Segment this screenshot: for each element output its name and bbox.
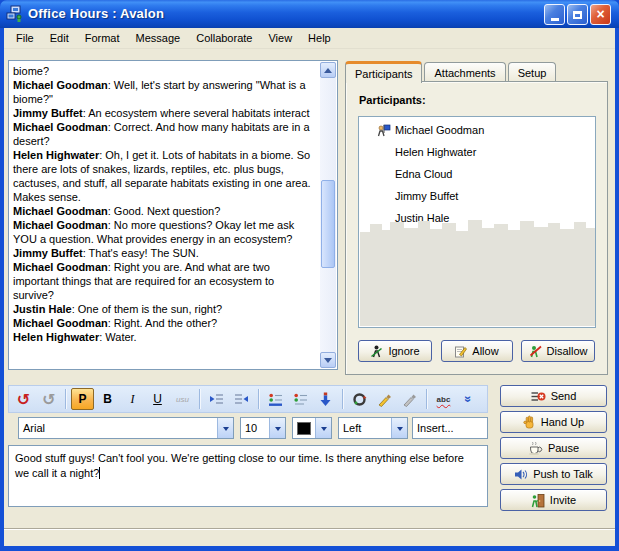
participant-actions: Ignore Allow [358, 340, 595, 362]
eraser-pen-button[interactable] [398, 388, 421, 410]
button-label: Send [551, 390, 577, 402]
paragraph-style-button[interactable]: P [71, 388, 94, 410]
chevron-down-icon[interactable] [315, 418, 331, 438]
underline-button[interactable]: U [146, 388, 169, 410]
disallow-button[interactable]: Disallow [521, 340, 595, 362]
menu-collaborate[interactable]: Collaborate [188, 29, 260, 47]
menu-view[interactable]: View [260, 29, 300, 47]
indent-decrease-button[interactable] [230, 388, 253, 410]
italic-button[interactable]: I [121, 388, 144, 410]
menu-edit[interactable]: Edit [42, 29, 77, 47]
bulleted-list-button[interactable] [264, 388, 287, 410]
alignment-select[interactable]: Left [338, 417, 408, 439]
title-bar[interactable]: Office Hours : Avalon × [0, 0, 619, 28]
chat-message: Michael Goodman: No more questions? Okay… [13, 218, 316, 246]
disallow-icon [529, 345, 542, 358]
ignore-button[interactable]: Ignore [358, 340, 432, 362]
send-button[interactable]: Send [500, 385, 607, 407]
chevron-down-icon[interactable] [391, 418, 407, 438]
tab-attachments[interactable]: Attachments [424, 62, 505, 82]
close-button[interactable]: × [590, 4, 611, 25]
chat-transcript-box[interactable]: biome?Michael Goodman: Well, let's start… [8, 60, 338, 370]
scroll-down-button[interactable] [320, 352, 336, 368]
participant-row[interactable]: Edna Cloud [359, 165, 595, 183]
arrow-up-icon [324, 64, 332, 73]
down-arrow-icon [319, 392, 332, 407]
chat-message: Helen Highwater: Water. [13, 330, 316, 344]
participants-tab-page: Participants: Michael GoodmanHelen Highw… [345, 81, 608, 375]
scroll-up-button[interactable] [320, 62, 336, 78]
chat-message: Michael Goodman: Good. Next question? [13, 204, 316, 218]
send-icon [531, 390, 546, 403]
participant-list[interactable]: Michael GoodmanHelen HighwaterEdna Cloud… [358, 116, 596, 328]
allow-icon [454, 345, 467, 358]
chevron-down-icon[interactable] [217, 418, 233, 438]
pause-button[interactable]: Pause [500, 437, 607, 459]
toolbar-options-button[interactable]: » [457, 388, 480, 410]
format-toolbar: ↺ ↻ P B I U usu [8, 385, 488, 413]
font-size-value: 10 [241, 422, 269, 434]
invite-door-icon [531, 493, 545, 508]
participant-row[interactable]: Helen Highwater [359, 143, 595, 161]
scroll-thumb[interactable] [321, 180, 335, 268]
presenter-icon [377, 124, 391, 137]
participant-name: Edna Cloud [395, 168, 453, 180]
bold-button[interactable]: B [96, 388, 119, 410]
pause-cup-icon [528, 441, 543, 455]
button-label: Pause [548, 442, 579, 454]
font-style-extra-button[interactable]: usu [171, 388, 194, 410]
numbered-list-button[interactable] [289, 388, 312, 410]
participant-name: Jimmy Buffet [395, 190, 458, 202]
menu-help[interactable]: Help [300, 29, 339, 47]
menu-file[interactable]: File [8, 29, 42, 47]
spell-check-button[interactable]: abc [432, 388, 455, 410]
minimize-button[interactable] [544, 4, 565, 25]
button-label: Push to Talk [533, 468, 593, 480]
app-window: Office Hours : Avalon × FileEditFormatMe… [0, 0, 619, 551]
redo-button[interactable]: ↻ [37, 388, 60, 410]
hand-up-button[interactable]: Hand Up [500, 411, 607, 433]
button-label: Hand Up [541, 416, 584, 428]
maximize-button[interactable] [567, 4, 588, 25]
record-button[interactable] [348, 388, 371, 410]
font-color-select[interactable] [292, 417, 332, 439]
chat-message: Michael Goodman: Well, let's start by an… [13, 78, 316, 106]
undo-button[interactable]: ↺ [12, 388, 35, 410]
chat-message: Michael Goodman: Right. And the other? [13, 316, 316, 330]
network-computers-icon [6, 5, 24, 23]
font-color-swatch [297, 422, 311, 435]
push-to-talk-button[interactable]: Push to Talk [500, 463, 607, 485]
allow-button[interactable]: Allow [441, 340, 513, 362]
presenter-icon [373, 124, 395, 137]
menu-format[interactable]: Format [77, 29, 128, 47]
tab-setup[interactable]: Setup [508, 62, 557, 82]
menu-message[interactable]: Message [128, 29, 189, 47]
highlight-pen-button[interactable] [373, 388, 396, 410]
participant-row[interactable]: Jimmy Buffet [359, 187, 595, 205]
participant-list-items: Michael GoodmanHelen HighwaterEdna Cloud… [359, 121, 595, 227]
chat-message: Michael Goodman: Right you are. And what… [13, 260, 316, 302]
toolbar-separator [426, 389, 427, 409]
insert-field[interactable]: Insert... [412, 417, 488, 439]
transcript-text: biome?Michael Goodman: Well, let's start… [9, 61, 320, 369]
invite-button[interactable]: Invite [500, 489, 607, 511]
undo-icon: ↺ [17, 390, 30, 409]
indent-increase-button[interactable] [205, 388, 228, 410]
numbered-list-icon [293, 392, 308, 407]
message-input[interactable]: Good stuff guys! Can't fool you. We're g… [8, 445, 488, 507]
font-family-select[interactable]: Arial [18, 417, 234, 439]
tab-participants[interactable]: Participants [345, 61, 422, 83]
bulleted-list-icon [268, 392, 283, 407]
gray-pen-icon [402, 392, 417, 407]
spell-check-icon: abc [437, 395, 451, 404]
transcript-scrollbar[interactable] [320, 62, 336, 368]
chat-message: Michael Goodman: Correct. And how many h… [13, 120, 316, 148]
move-down-button[interactable] [314, 388, 337, 410]
button-label: Disallow [547, 345, 588, 357]
chevron-down-icon[interactable] [269, 418, 285, 438]
font-size-select[interactable]: 10 [240, 417, 286, 439]
button-label: Allow [472, 345, 498, 357]
participant-row[interactable]: Michael Goodman [359, 121, 595, 139]
redo-icon: ↻ [42, 390, 55, 409]
alignment-value: Left [339, 422, 391, 434]
